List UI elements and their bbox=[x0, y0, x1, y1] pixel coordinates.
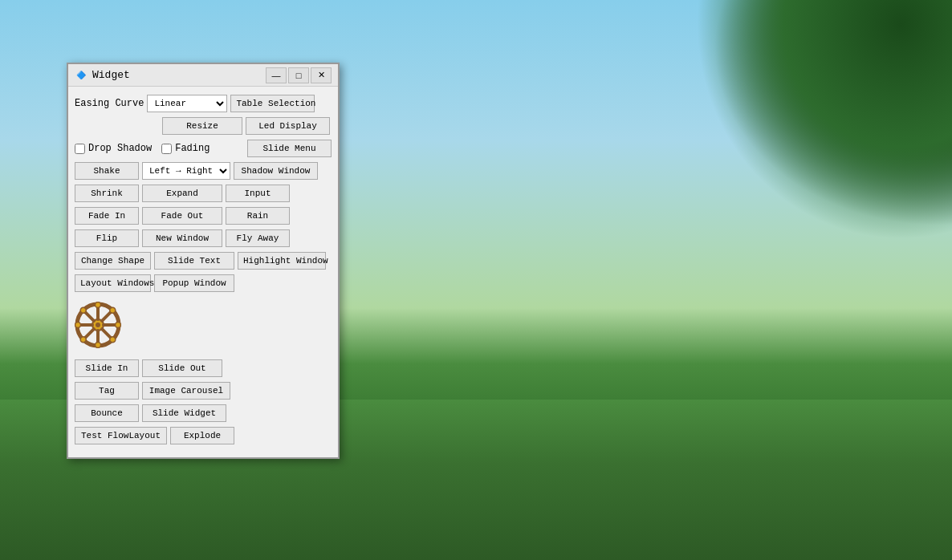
row-shake: Shake Left → Right Right → Left Top → Bo… bbox=[75, 162, 332, 180]
input-button[interactable]: Input bbox=[226, 185, 290, 202]
resize-button[interactable]: Resize bbox=[162, 117, 242, 135]
row-flip: Flip New Window Fly Away bbox=[75, 229, 332, 247]
row-tag: Tag Image Carousel bbox=[75, 382, 332, 400]
row-slide-in: Slide In Slide Out bbox=[75, 359, 332, 377]
row-test-flow: Test FlowLayout Explode bbox=[75, 427, 332, 444]
row-checkboxes: Drop Shadow Fading Slide Menu bbox=[75, 140, 332, 157]
svg-point-11 bbox=[96, 302, 101, 308]
drop-shadow-label: Drop Shadow bbox=[88, 143, 152, 154]
row-bounce: Bounce Slide Widget bbox=[75, 404, 332, 422]
shake-button[interactable]: Shake bbox=[75, 162, 139, 180]
row-helm bbox=[75, 297, 332, 355]
fade-in-button[interactable]: Fade In bbox=[75, 207, 139, 225]
change-shape-button[interactable]: Change Shape bbox=[75, 252, 151, 270]
svg-point-12 bbox=[96, 343, 101, 348]
helm-icon-area bbox=[75, 302, 123, 350]
direction-select[interactable]: Left → Right Right → Left Top → Bottom B… bbox=[142, 162, 230, 180]
svg-point-15 bbox=[80, 307, 86, 313]
svg-point-17 bbox=[110, 307, 116, 313]
svg-point-13 bbox=[75, 323, 81, 328]
slide-text-button[interactable]: Slide Text bbox=[154, 252, 234, 270]
fading-wrap: Fading bbox=[161, 143, 210, 154]
fly-away-button[interactable]: Fly Away bbox=[226, 229, 290, 247]
easing-curve-select[interactable]: Linear Ease In Ease Out Ease In Out bbox=[147, 95, 227, 112]
svg-point-14 bbox=[116, 323, 121, 328]
expand-button[interactable]: Expand bbox=[142, 185, 222, 202]
shadow-window-button[interactable]: Shadow Window bbox=[234, 162, 318, 180]
minimize-button[interactable]: — bbox=[266, 67, 287, 83]
led-display-button[interactable]: Led Display bbox=[246, 117, 330, 135]
tag-button[interactable]: Tag bbox=[75, 382, 139, 400]
test-flowlayout-button[interactable]: Test FlowLayout bbox=[75, 427, 167, 444]
highlight-window-button[interactable]: Highlight Window bbox=[238, 252, 326, 270]
rain-button[interactable]: Rain bbox=[226, 207, 290, 225]
widget-window: 🔷 Widget — □ ✕ Easing Curve Linear Ease … bbox=[67, 63, 340, 459]
window-title: Widget bbox=[92, 69, 266, 81]
shrink-button[interactable]: Shrink bbox=[75, 185, 139, 202]
row-change-shape: Change Shape Slide Text Highlight Window bbox=[75, 252, 332, 270]
layout-windows-button[interactable]: Layout Windows bbox=[75, 274, 151, 292]
drop-shadow-checkbox[interactable] bbox=[75, 144, 85, 154]
row-shrink: Shrink Expand Input bbox=[75, 185, 332, 202]
maximize-button[interactable]: □ bbox=[288, 67, 309, 83]
new-window-button[interactable]: New Window bbox=[142, 229, 222, 247]
trees-decoration bbox=[695, 0, 952, 241]
row-fade: Fade In Fade Out Rain bbox=[75, 207, 332, 225]
fading-checkbox[interactable] bbox=[161, 144, 172, 154]
row-easing: Easing Curve Linear Ease In Ease Out Eas… bbox=[75, 95, 332, 112]
window-controls: — □ ✕ bbox=[266, 67, 332, 83]
explode-button[interactable]: Explode bbox=[170, 427, 234, 444]
svg-point-16 bbox=[110, 337, 116, 343]
popup-window-button[interactable]: Popup Window bbox=[154, 274, 234, 292]
slide-out-button[interactable]: Slide Out bbox=[142, 359, 222, 377]
slide-menu-button[interactable]: Slide Menu bbox=[247, 140, 332, 157]
flip-button[interactable]: Flip bbox=[75, 229, 139, 247]
row-layout: Layout Windows Popup Window bbox=[75, 274, 332, 292]
bounce-button[interactable]: Bounce bbox=[75, 404, 139, 422]
svg-point-18 bbox=[80, 337, 86, 343]
titlebar: 🔷 Widget — □ ✕ bbox=[68, 64, 338, 87]
image-carousel-button[interactable]: Image Carousel bbox=[142, 382, 230, 400]
slide-in-button[interactable]: Slide In bbox=[75, 359, 139, 377]
ship-wheel-icon bbox=[75, 302, 121, 348]
fade-out-button[interactable]: Fade Out bbox=[142, 207, 222, 225]
drop-shadow-wrap: Drop Shadow bbox=[75, 143, 152, 154]
close-button[interactable]: ✕ bbox=[311, 67, 332, 83]
window-content: Easing Curve Linear Ease In Ease Out Eas… bbox=[68, 87, 338, 457]
window-icon: 🔷 bbox=[75, 69, 87, 82]
svg-point-2 bbox=[96, 323, 100, 327]
fading-label: Fading bbox=[175, 143, 210, 154]
row-resize: Resize Led Display bbox=[75, 117, 332, 135]
easing-curve-label: Easing Curve bbox=[75, 98, 144, 109]
slide-widget-button[interactable]: Slide Widget bbox=[142, 404, 226, 422]
table-selection-button[interactable]: Table Selection bbox=[230, 95, 315, 112]
